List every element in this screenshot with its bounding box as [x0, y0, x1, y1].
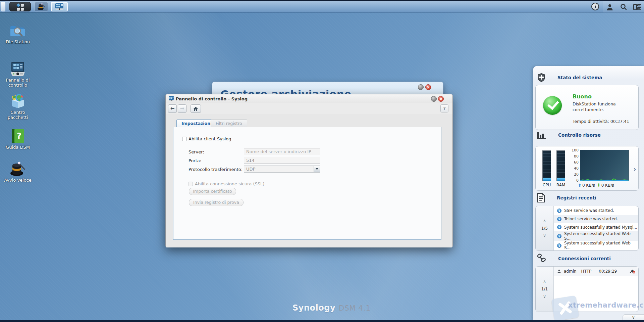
- show-desktop-button[interactable]: [1, 2, 5, 11]
- magic-hat-icon: [37, 3, 45, 10]
- main-menu-icon: [16, 3, 20, 7]
- desktop-icon-label: Avvio veloce: [2, 178, 33, 183]
- user-icon: [557, 269, 561, 273]
- desktop-icon-label: File Station: [2, 40, 33, 45]
- desktop-icon-label: Pannello di controllo: [2, 78, 33, 88]
- close-button[interactable]: ×: [425, 84, 431, 90]
- synology-logo: Synology: [292, 303, 335, 313]
- resource-monitor-card: CPU RAM 100806040200 › ⬆ 0 KB/s ⬇ 0 KB/s: [535, 146, 639, 191]
- expand-resources-chevron[interactable]: ›: [634, 166, 636, 173]
- taskbar-task-quick-start[interactable]: [35, 2, 48, 11]
- port-input[interactable]: [244, 157, 320, 164]
- status-value: Buono: [573, 93, 592, 100]
- section-title: Stato del sistema: [557, 75, 602, 80]
- xtremehardware-watermark: xtremehardware.com: [568, 301, 644, 309]
- protocol-select[interactable]: UDP: [244, 166, 320, 173]
- section-resource-monitor-header[interactable]: Controllo risorse: [537, 131, 601, 139]
- recent-logs-card: ∧ 1/5 ∨ iSSH service was started. iTelne…: [535, 206, 639, 251]
- main-menu-button[interactable]: [9, 2, 31, 11]
- log-row[interactable]: iSystem successfully started Web S...: [554, 231, 638, 241]
- desktop: i File Station Pannello di controllo: [0, 0, 644, 322]
- page-indicator: 1/1: [541, 287, 548, 291]
- import-certificate-button[interactable]: Importa certificato: [189, 188, 236, 195]
- user-icon[interactable]: [605, 3, 614, 11]
- widget-sidebar: Stato del sistema Buono DiskStation funz…: [533, 66, 644, 321]
- status-description: DiskStation funziona correttamente.: [573, 101, 626, 113]
- enable-syslog-checkbox[interactable]: [182, 137, 186, 141]
- dialog-minimize-button[interactable]: [431, 96, 437, 102]
- enable-syslog-label: Abilita client Syslog: [189, 136, 231, 141]
- dialog-icon: [168, 96, 174, 101]
- info-icon[interactable]: i: [591, 3, 599, 10]
- link-icon: [537, 254, 547, 264]
- desktop-icon-dsm-help[interactable]: ? Guida DSM: [2, 128, 33, 150]
- section-title: Controllo risorse: [558, 132, 601, 138]
- svg-text:?: ?: [17, 131, 21, 141]
- log-row[interactable]: iSystem successfully started Mysql...: [554, 223, 638, 231]
- desktop-icon-label: Centro pacchetti: [2, 110, 33, 120]
- cpu-gauge: [542, 150, 551, 181]
- upload-arrow-icon: ⬆: [578, 183, 582, 188]
- log-text: System successfully started Web S...: [564, 231, 638, 241]
- download-value: 0 KB/s: [601, 183, 614, 188]
- taskbar-right-group: [603, 1, 644, 12]
- ram-gauge: [556, 150, 565, 181]
- connection-user: admin: [564, 269, 577, 274]
- server-input[interactable]: [244, 148, 320, 155]
- desktop-icon-quick-start[interactable]: Avvio veloce: [2, 160, 33, 183]
- minimize-button[interactable]: [418, 84, 424, 90]
- home-button[interactable]: [191, 104, 201, 113]
- protocol-label: Protocollo trasferimento:: [189, 167, 243, 172]
- connection-time: 00:29:29: [599, 269, 617, 274]
- page-up-icon[interactable]: ∧: [543, 219, 546, 223]
- ssl-checkbox[interactable]: [189, 182, 193, 186]
- desktop-icon-package-center[interactable]: Centro pacchetti: [2, 93, 33, 120]
- page-indicator: 1/5: [541, 226, 548, 231]
- disconnect-icon[interactable]: [630, 269, 635, 274]
- graph-y-axis: 100806040200: [569, 148, 579, 183]
- log-text: Telnet service was started.: [564, 217, 618, 221]
- file-station-icon: [2, 22, 33, 38]
- taskbar-task-control-panel-active[interactable]: [51, 2, 68, 11]
- pilot-view-icon[interactable]: [633, 3, 642, 11]
- desktop-icon-file-station[interactable]: File Station: [2, 22, 33, 45]
- page-down-icon[interactable]: ∨: [543, 295, 546, 298]
- connection-row[interactable]: admin HTTP 00:29:29: [554, 267, 638, 276]
- tab-filtri-registro[interactable]: Filtri registro: [211, 120, 247, 127]
- desktop-icon-control-panel[interactable]: Pannello di controllo: [2, 60, 33, 88]
- forward-button[interactable]: →: [178, 104, 186, 113]
- log-row[interactable]: iSSH service was started.: [554, 206, 638, 215]
- bar-chart-icon: [537, 131, 547, 139]
- page-down-icon[interactable]: ∨: [543, 234, 546, 237]
- section-system-status-header[interactable]: Stato del sistema: [537, 73, 602, 82]
- dialog-titlebar[interactable]: Pannello di controllo - Syslog ×: [166, 94, 452, 103]
- dialog-control-panel-syslog: Pannello di controllo - Syslog × ← → ? I…: [165, 94, 453, 247]
- log-text: System successfully started Web S...: [564, 241, 638, 250]
- info-icon: i: [557, 217, 561, 221]
- search-icon[interactable]: [619, 3, 628, 11]
- section-title: Connessioni correnti: [558, 256, 611, 261]
- document-icon: [537, 193, 545, 202]
- connections-pager: ∧ 1/1 ∨: [536, 267, 554, 312]
- dsm-help-icon: ?: [2, 128, 33, 144]
- upload-value: 0 KB/s: [582, 183, 595, 188]
- section-current-connections-header[interactable]: Connessioni correnti: [537, 254, 611, 264]
- uptime-text: Tempo di attività: 00:37:41: [573, 119, 629, 124]
- dialog-close-button[interactable]: ×: [438, 96, 444, 102]
- log-row[interactable]: iSystem successfully started Web S...: [554, 241, 638, 250]
- control-panel-mini-icon: [55, 3, 64, 10]
- page-up-icon[interactable]: ∧: [543, 280, 546, 283]
- control-panel-icon: [2, 60, 33, 77]
- log-text: System successfully started Mysql...: [564, 225, 637, 230]
- section-recent-logs-header[interactable]: Registri recenti: [537, 193, 596, 202]
- package-center-icon: [2, 93, 33, 109]
- sidebar-collapse-tab[interactable]: ∨: [623, 314, 644, 321]
- shield-icon: [537, 73, 546, 82]
- help-button[interactable]: ?: [440, 104, 448, 112]
- chevron-down-icon: [314, 166, 320, 172]
- screen-bottom-edge: [0, 320, 644, 322]
- back-button[interactable]: ←: [168, 104, 177, 113]
- send-test-log-button[interactable]: Invia registro di prova: [189, 199, 244, 206]
- log-row[interactable]: iTelnet service was started.: [554, 215, 638, 223]
- port-label: Porta:: [189, 158, 201, 163]
